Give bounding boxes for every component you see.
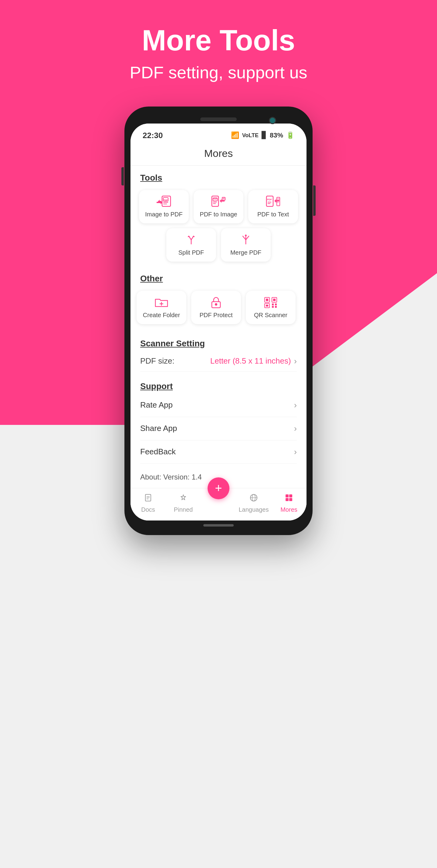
scanner-setting-section: Scanner Setting PDF size: Letter (8.5 x …: [130, 329, 307, 374]
pdf-to-text-label: PDF to Text: [257, 211, 289, 218]
nav-item-languages[interactable]: Languages: [236, 493, 271, 513]
support-section: Support Rate App › Share App › FeedBack …: [130, 374, 307, 466]
docs-icon: [144, 493, 152, 504]
pdf-size-value: Letter (8.5 x 11 inches): [210, 356, 291, 366]
other-grid: Create Folder PDF Protect: [130, 286, 307, 329]
app-title: Mores: [204, 148, 233, 159]
split-pdf-icon: [184, 234, 198, 246]
app-topbar: Mores: [130, 143, 307, 166]
pdf-size-label: PDF size:: [140, 356, 175, 366]
pdf-protect-label: PDF Protect: [200, 311, 233, 319]
svg-rect-30: [266, 299, 268, 301]
qr-scanner-icon: [263, 296, 278, 308]
languages-icon: [249, 493, 258, 504]
split-pdf-card[interactable]: Split PDF: [166, 228, 216, 261]
status-bar: 22:30 📶 VoLTE ▊ 83% 🔋: [130, 124, 307, 143]
support-section-label: Support: [140, 377, 297, 394]
tools-grid: PDF Image to PDF: [130, 185, 307, 267]
scanner-setting-label: Scanner Setting: [140, 334, 297, 351]
svg-rect-48: [286, 498, 289, 501]
svg-rect-35: [272, 304, 274, 305]
bottom-nav: + Docs: [130, 488, 307, 521]
pinned-icon: [179, 493, 188, 504]
app-content: Tools: [130, 166, 307, 521]
fab-button[interactable]: +: [208, 477, 229, 499]
create-folder-icon: [154, 296, 169, 308]
mores-icon: [285, 493, 293, 504]
svg-rect-47: [289, 494, 292, 497]
status-time: 22:30: [143, 131, 163, 140]
phone-mockup: 22:30 📶 VoLTE ▊ 83% 🔋 Mores Tools: [124, 106, 313, 535]
tools-section-label: Tools: [130, 166, 307, 185]
create-folder-label: Create Folder: [143, 311, 180, 319]
share-app-chevron: ›: [294, 424, 297, 433]
phone-screen: 22:30 📶 VoLTE ▊ 83% 🔋 Mores Tools: [130, 124, 307, 521]
power-button: [313, 185, 316, 216]
feedback-label: FeedBack: [140, 447, 176, 457]
image-to-pdf-card[interactable]: PDF Image to PDF: [139, 190, 189, 223]
front-camera: [269, 117, 276, 124]
svg-text:PDF: PDF: [267, 198, 272, 201]
nav-item-pinned[interactable]: Pinned: [166, 493, 201, 513]
pdf-to-text-card[interactable]: PDF: [248, 190, 298, 223]
pdf-size-value-container: Letter (8.5 x 11 inches) ›: [210, 356, 297, 366]
pdf-to-image-icon: PDF: [211, 195, 226, 208]
page-title: More Tools: [130, 24, 307, 57]
rate-app-chevron: ›: [294, 400, 297, 410]
pdf-to-image-label: PDF to Image: [200, 211, 237, 218]
lte-label: VoLTE: [242, 132, 258, 139]
rate-app-label: Rate App: [140, 400, 173, 410]
nav-pinned-label: Pinned: [174, 506, 193, 513]
feedback-row[interactable]: FeedBack ›: [140, 440, 297, 464]
nav-item-docs[interactable]: Docs: [130, 493, 166, 513]
merge-pdf-label: Merge PDF: [230, 249, 261, 256]
phone-frame: 22:30 📶 VoLTE ▊ 83% 🔋 Mores Tools: [124, 106, 313, 535]
pdf-size-row[interactable]: PDF size: Letter (8.5 x 11 inches) ›: [140, 351, 297, 372]
svg-rect-46: [286, 494, 289, 497]
page-header: More Tools PDF setting, support us: [130, 24, 307, 82]
svg-text:PDF: PDF: [213, 198, 217, 200]
signal-icon: ▊: [261, 131, 267, 139]
status-icons: 📶 VoLTE ▊ 83% 🔋: [231, 131, 294, 139]
rate-app-row[interactable]: Rate App ›: [140, 394, 297, 417]
tools-row-1: PDF Image to PDF: [136, 190, 301, 223]
chevron-right-icon: ›: [294, 356, 297, 366]
nav-mores-label: Mores: [280, 506, 298, 513]
pdf-protect-icon: [209, 296, 223, 308]
wifi-icon: 📶: [231, 131, 239, 139]
share-app-row[interactable]: Share App ›: [140, 417, 297, 440]
pdf-to-image-card[interactable]: PDF PDF to Image: [194, 190, 243, 223]
svg-rect-13: [267, 196, 273, 206]
merge-pdf-card[interactable]: Merge PDF: [221, 228, 271, 261]
svg-rect-38: [275, 306, 277, 308]
version-text: About: Version: 1.4: [140, 473, 202, 481]
nav-item-mores[interactable]: Mores: [271, 493, 307, 513]
volume-button: [121, 167, 124, 185]
svg-point-28: [215, 303, 217, 306]
phone-bottom-bar: [130, 521, 307, 529]
qr-scanner-card[interactable]: QR Scanner: [246, 291, 295, 324]
svg-rect-9: [222, 197, 225, 200]
tools-row-2: Split PDF: [136, 228, 301, 261]
image-to-pdf-label: Image to PDF: [145, 211, 182, 218]
battery-icon: 🔋: [286, 131, 294, 139]
nav-docs-label: Docs: [141, 506, 155, 513]
svg-rect-32: [273, 299, 276, 301]
home-indicator: [203, 524, 234, 527]
pdf-protect-card[interactable]: PDF Protect: [191, 291, 241, 324]
svg-rect-36: [275, 304, 277, 305]
share-app-label: Share App: [140, 424, 177, 433]
merge-pdf-icon: [239, 234, 253, 246]
pdf-to-text-icon: PDF: [266, 195, 280, 208]
create-folder-card[interactable]: Create Folder: [136, 291, 186, 324]
other-section-label: Other: [130, 267, 307, 286]
svg-rect-34: [266, 305, 268, 307]
page-subtitle: PDF setting, support us: [130, 63, 307, 82]
image-to-pdf-icon: PDF: [157, 195, 171, 208]
battery-level: 83%: [270, 131, 283, 139]
speaker-grille: [200, 118, 237, 121]
nav-languages-label: Languages: [239, 506, 269, 513]
split-pdf-label: Split PDF: [179, 249, 204, 256]
svg-text:PDF: PDF: [163, 199, 168, 202]
qr-scanner-label: QR Scanner: [254, 311, 287, 319]
